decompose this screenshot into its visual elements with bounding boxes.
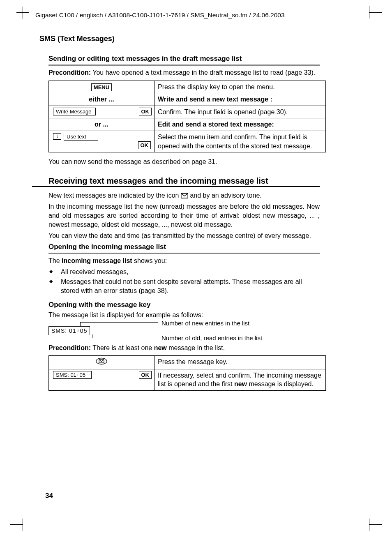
svg-point-1 <box>96 358 107 364</box>
write-message-item: Write Message <box>53 108 96 115</box>
or-label: or ... <box>49 118 154 131</box>
ok-key-1: OK <box>139 108 152 115</box>
precondition-1-label: Precondition: <box>48 69 91 76</box>
either-label: either ... <box>49 93 154 106</box>
precondition-1-text: You have opened a text message in the dr… <box>91 69 315 76</box>
heading-sending-editing: Sending or editing text messages in the … <box>48 55 320 66</box>
page-number: 34 <box>45 492 53 500</box>
message-key-icon <box>95 359 108 366</box>
label-old-entries: Number of old, read entries in the list <box>161 334 262 341</box>
list-intro: The incoming message list shows you: <box>48 256 320 265</box>
sms-count-box: SMS: 01+05 <box>48 326 90 335</box>
after-table-1: You can now send the message as describe… <box>48 157 320 166</box>
envelope-icon <box>181 192 188 199</box>
heading-message-key: Opening with the message key <box>48 301 360 309</box>
procedure-table-2: Press the message key. SMS: 01+05 OK If … <box>48 355 326 391</box>
header-path: Gigaset C100 / englisch / A31008-C100-J1… <box>35 12 360 19</box>
or-desc: Edit and send a stored text message: <box>154 118 326 131</box>
either-desc: Write and send a new text message : <box>154 93 326 106</box>
precondition-1: Precondition: You have opened a text mes… <box>48 68 320 77</box>
incoming-order: In the incoming message list the new (un… <box>48 202 320 229</box>
ok-key-3: OK <box>139 371 152 379</box>
menu-desc: Press the display key to open the menu. <box>154 81 326 93</box>
view-date-time: You can view the date and time (as trans… <box>48 231 320 240</box>
down-arrow-key: ↓ <box>53 133 61 140</box>
bullet-list: All received messages, Messages that cou… <box>48 267 311 295</box>
bullet-1: All received messages, <box>48 267 311 277</box>
sms-desc: If necessary, select and confirm. The in… <box>154 369 326 390</box>
example-intro: The message list is displayed for exampl… <box>48 311 320 320</box>
menu-key: MENU <box>91 83 112 91</box>
msgkey-desc: Press the message key. <box>154 356 326 369</box>
heading-receiving: Receiving text messages and the incoming… <box>48 176 360 187</box>
ok-key-2: OK <box>138 141 151 149</box>
bullet-2: Messages that could not be sent despite … <box>48 277 311 295</box>
new-msg-indicator: New text messages are indicated by the i… <box>48 191 320 200</box>
section-header: SMS (Text Messages) <box>39 35 360 43</box>
procedure-table-1: MENU Press the display key to open the m… <box>48 81 326 153</box>
precondition-2: Precondition: There is at least one new … <box>48 343 320 353</box>
use-text-item: Use text <box>64 133 98 141</box>
sms-count-item: SMS: 01+05 <box>53 371 92 379</box>
sms-count-diagram: SMS: 01+05 Number of new entries in the … <box>48 322 320 340</box>
use-desc: Select the menu item and confirm. The in… <box>154 131 326 152</box>
label-new-entries: Number of new entries in the list <box>161 320 249 327</box>
write-desc: Confirm. The input field is opened (page… <box>154 106 326 118</box>
heading-opening-list: Opening the incoming message list <box>48 243 320 254</box>
